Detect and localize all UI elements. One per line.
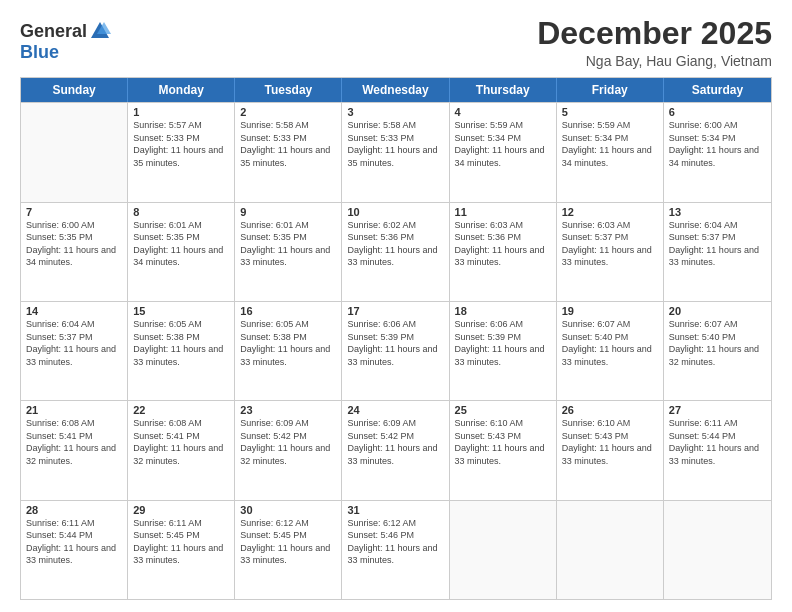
cell-info: Sunrise: 5:58 AM Sunset: 5:33 PM Dayligh… [347,119,443,169]
header-day-saturday: Saturday [664,78,771,102]
day-number: 19 [562,305,658,317]
day-number: 11 [455,206,551,218]
calendar-cell: 1Sunrise: 5:57 AM Sunset: 5:33 PM Daylig… [128,103,235,201]
day-number: 20 [669,305,766,317]
calendar-cell: 26Sunrise: 6:10 AM Sunset: 5:43 PM Dayli… [557,401,664,499]
day-number: 12 [562,206,658,218]
day-number: 23 [240,404,336,416]
calendar-cell: 15Sunrise: 6:05 AM Sunset: 5:38 PM Dayli… [128,302,235,400]
header-day-wednesday: Wednesday [342,78,449,102]
day-number: 3 [347,106,443,118]
calendar-cell: 27Sunrise: 6:11 AM Sunset: 5:44 PM Dayli… [664,401,771,499]
logo-icon [89,20,111,42]
cell-info: Sunrise: 6:07 AM Sunset: 5:40 PM Dayligh… [669,318,766,368]
day-number: 17 [347,305,443,317]
cell-info: Sunrise: 6:05 AM Sunset: 5:38 PM Dayligh… [240,318,336,368]
calendar-cell: 12Sunrise: 6:03 AM Sunset: 5:37 PM Dayli… [557,203,664,301]
day-number: 4 [455,106,551,118]
day-number: 15 [133,305,229,317]
cell-info: Sunrise: 5:58 AM Sunset: 5:33 PM Dayligh… [240,119,336,169]
cell-info: Sunrise: 6:10 AM Sunset: 5:43 PM Dayligh… [455,417,551,467]
header-day-sunday: Sunday [21,78,128,102]
calendar-cell: 22Sunrise: 6:08 AM Sunset: 5:41 PM Dayli… [128,401,235,499]
cell-info: Sunrise: 5:59 AM Sunset: 5:34 PM Dayligh… [562,119,658,169]
day-number: 1 [133,106,229,118]
cell-info: Sunrise: 6:06 AM Sunset: 5:39 PM Dayligh… [347,318,443,368]
cell-info: Sunrise: 6:03 AM Sunset: 5:36 PM Dayligh… [455,219,551,269]
calendar-cell: 30Sunrise: 6:12 AM Sunset: 5:45 PM Dayli… [235,501,342,599]
calendar-cell: 14Sunrise: 6:04 AM Sunset: 5:37 PM Dayli… [21,302,128,400]
cell-info: Sunrise: 6:04 AM Sunset: 5:37 PM Dayligh… [26,318,122,368]
day-number: 29 [133,504,229,516]
cell-info: Sunrise: 6:06 AM Sunset: 5:39 PM Dayligh… [455,318,551,368]
day-number: 14 [26,305,122,317]
cell-info: Sunrise: 6:00 AM Sunset: 5:35 PM Dayligh… [26,219,122,269]
calendar-cell: 5Sunrise: 5:59 AM Sunset: 5:34 PM Daylig… [557,103,664,201]
day-number: 13 [669,206,766,218]
calendar-row-1: 1Sunrise: 5:57 AM Sunset: 5:33 PM Daylig… [21,102,771,201]
calendar-cell: 21Sunrise: 6:08 AM Sunset: 5:41 PM Dayli… [21,401,128,499]
day-number: 25 [455,404,551,416]
cell-info: Sunrise: 6:09 AM Sunset: 5:42 PM Dayligh… [240,417,336,467]
calendar-row-2: 7Sunrise: 6:00 AM Sunset: 5:35 PM Daylig… [21,202,771,301]
cell-info: Sunrise: 6:12 AM Sunset: 5:45 PM Dayligh… [240,517,336,567]
cell-info: Sunrise: 6:04 AM Sunset: 5:37 PM Dayligh… [669,219,766,269]
title-block: December 2025 Nga Bay, Hau Giang, Vietna… [537,16,772,69]
calendar-cell: 2Sunrise: 5:58 AM Sunset: 5:33 PM Daylig… [235,103,342,201]
calendar-cell: 9Sunrise: 6:01 AM Sunset: 5:35 PM Daylig… [235,203,342,301]
calendar-cell [664,501,771,599]
day-number: 22 [133,404,229,416]
cell-info: Sunrise: 6:11 AM Sunset: 5:45 PM Dayligh… [133,517,229,567]
calendar-cell: 31Sunrise: 6:12 AM Sunset: 5:46 PM Dayli… [342,501,449,599]
cell-info: Sunrise: 5:59 AM Sunset: 5:34 PM Dayligh… [455,119,551,169]
cell-info: Sunrise: 6:08 AM Sunset: 5:41 PM Dayligh… [133,417,229,467]
cell-info: Sunrise: 6:05 AM Sunset: 5:38 PM Dayligh… [133,318,229,368]
calendar-cell: 8Sunrise: 6:01 AM Sunset: 5:35 PM Daylig… [128,203,235,301]
calendar-cell: 17Sunrise: 6:06 AM Sunset: 5:39 PM Dayli… [342,302,449,400]
day-number: 7 [26,206,122,218]
calendar-cell: 19Sunrise: 6:07 AM Sunset: 5:40 PM Dayli… [557,302,664,400]
day-number: 2 [240,106,336,118]
day-number: 6 [669,106,766,118]
location: Nga Bay, Hau Giang, Vietnam [537,53,772,69]
calendar-cell [450,501,557,599]
day-number: 16 [240,305,336,317]
calendar-cell: 28Sunrise: 6:11 AM Sunset: 5:44 PM Dayli… [21,501,128,599]
calendar-row-4: 21Sunrise: 6:08 AM Sunset: 5:41 PM Dayli… [21,400,771,499]
calendar-cell: 16Sunrise: 6:05 AM Sunset: 5:38 PM Dayli… [235,302,342,400]
calendar-cell: 13Sunrise: 6:04 AM Sunset: 5:37 PM Dayli… [664,203,771,301]
calendar-cell: 20Sunrise: 6:07 AM Sunset: 5:40 PM Dayli… [664,302,771,400]
calendar-cell: 18Sunrise: 6:06 AM Sunset: 5:39 PM Dayli… [450,302,557,400]
calendar-cell: 11Sunrise: 6:03 AM Sunset: 5:36 PM Dayli… [450,203,557,301]
calendar-cell: 25Sunrise: 6:10 AM Sunset: 5:43 PM Dayli… [450,401,557,499]
calendar-cell [557,501,664,599]
calendar-cell: 4Sunrise: 5:59 AM Sunset: 5:34 PM Daylig… [450,103,557,201]
day-number: 21 [26,404,122,416]
calendar-cell: 6Sunrise: 6:00 AM Sunset: 5:34 PM Daylig… [664,103,771,201]
logo-blue: Blue [20,42,59,63]
calendar-cell: 23Sunrise: 6:09 AM Sunset: 5:42 PM Dayli… [235,401,342,499]
cell-info: Sunrise: 6:10 AM Sunset: 5:43 PM Dayligh… [562,417,658,467]
calendar-cell: 10Sunrise: 6:02 AM Sunset: 5:36 PM Dayli… [342,203,449,301]
header-day-friday: Friday [557,78,664,102]
cell-info: Sunrise: 6:12 AM Sunset: 5:46 PM Dayligh… [347,517,443,567]
logo-general: General [20,21,87,42]
cell-info: Sunrise: 6:09 AM Sunset: 5:42 PM Dayligh… [347,417,443,467]
day-number: 5 [562,106,658,118]
day-number: 28 [26,504,122,516]
cell-info: Sunrise: 6:01 AM Sunset: 5:35 PM Dayligh… [133,219,229,269]
cell-info: Sunrise: 5:57 AM Sunset: 5:33 PM Dayligh… [133,119,229,169]
header-day-tuesday: Tuesday [235,78,342,102]
calendar-row-3: 14Sunrise: 6:04 AM Sunset: 5:37 PM Dayli… [21,301,771,400]
cell-info: Sunrise: 6:00 AM Sunset: 5:34 PM Dayligh… [669,119,766,169]
calendar-cell: 29Sunrise: 6:11 AM Sunset: 5:45 PM Dayli… [128,501,235,599]
header-day-thursday: Thursday [450,78,557,102]
cell-info: Sunrise: 6:03 AM Sunset: 5:37 PM Dayligh… [562,219,658,269]
calendar-cell: 24Sunrise: 6:09 AM Sunset: 5:42 PM Dayli… [342,401,449,499]
day-number: 9 [240,206,336,218]
logo: General Blue [20,20,111,63]
header: General Blue December 2025 Nga Bay, Hau … [20,16,772,69]
day-number: 8 [133,206,229,218]
cell-info: Sunrise: 6:11 AM Sunset: 5:44 PM Dayligh… [26,517,122,567]
calendar-cell [21,103,128,201]
